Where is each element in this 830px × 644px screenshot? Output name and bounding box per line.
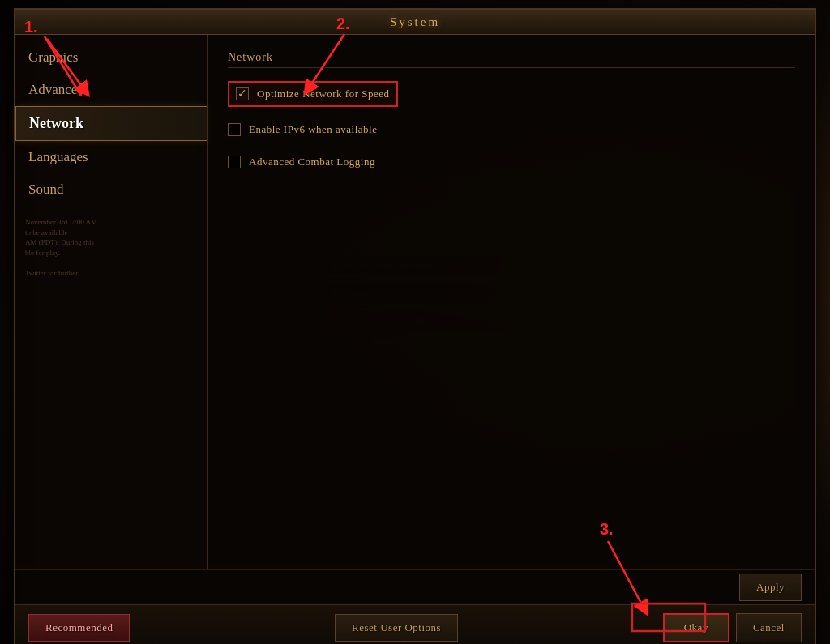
sidebar-info-text: November 3rd. 7:00 AM to be available AM… [15,209,208,287]
section-title: Network [228,51,795,68]
checkbox-advanced-combat-logging[interactable] [228,156,241,168]
bottom-bar: Recommended Reset User Options Okay Canc… [15,604,815,644]
advanced-combat-logging-label: Advanced Combat Logging [249,156,375,168]
sidebar-item-sound[interactable]: Sound [15,173,208,206]
optimize-network-label: Optimize Network for Speed [257,87,390,100]
sidebar-item-graphics[interactable]: Graphics [15,41,208,74]
sidebar-item-languages[interactable]: Languages [15,141,208,173]
reset-user-options-button[interactable]: Reset User Options [335,614,458,642]
recommended-button[interactable]: Recommended [28,614,130,642]
apply-button[interactable]: Apply [739,574,802,601]
sidebar-item-network[interactable]: Network [15,106,208,141]
option-enable-ipv6[interactable]: Enable IPv6 when available [228,120,795,139]
checkmark-icon: ✓ [237,88,247,100]
sidebar: Graphics Advanced Network Languages Soun… [15,35,208,569]
option-optimize-network[interactable]: ✓ Optimize Network for Speed [228,81,398,107]
right-buttons: Okay Cancel [663,613,802,642]
sidebar-item-advanced[interactable]: Advanced [15,74,208,106]
dialog-body: Graphics Advanced Network Languages Soun… [15,35,815,569]
okay-button[interactable]: Okay [663,613,729,642]
option-advanced-combat-logging[interactable]: Advanced Combat Logging [228,152,795,172]
content-area: Network ✓ Optimize Network for Speed Ena… [208,35,815,569]
checkbox-optimize-network[interactable]: ✓ [236,87,249,100]
title-bar: System [15,10,815,35]
enable-ipv6-label: Enable IPv6 when available [249,123,377,136]
system-dialog: System Graphics Advanced Network Languag… [14,8,816,644]
checkbox-enable-ipv6[interactable] [228,123,241,136]
cancel-button[interactable]: Cancel [736,613,802,642]
dialog-title: System [390,15,440,28]
